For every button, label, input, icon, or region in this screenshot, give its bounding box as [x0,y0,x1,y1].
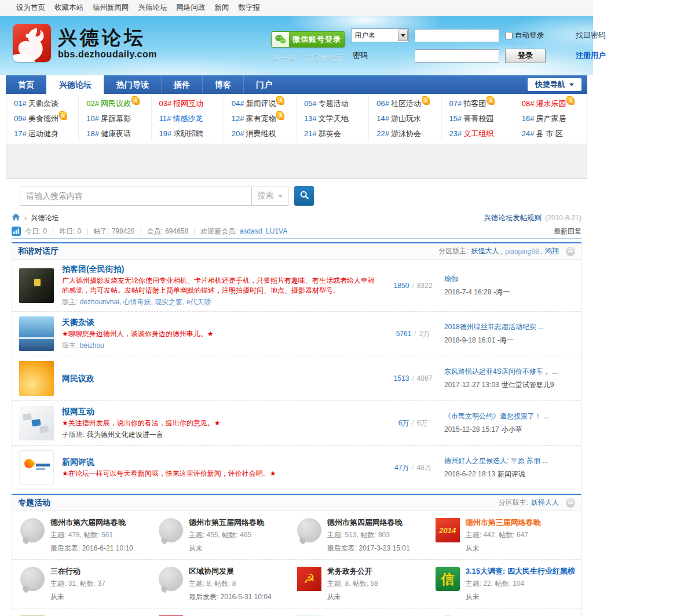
last-post-title[interactable]: 东风路悦达起亚4S店问价不修车， ... [444,367,574,377]
category-04[interactable]: 04#新闻评说火 [224,96,297,111]
search-button[interactable] [294,186,314,206]
forum-thumbnail[interactable] [19,316,54,351]
toplink-news[interactable]: 新闻 [215,3,229,13]
last-post-user[interactable]: 新闻评说 [498,470,525,478]
category-15[interactable]: 15#菁菁校园 [442,111,514,126]
category-02[interactable]: 02#网民议政火 [79,96,151,111]
category-21[interactable]: 21#群英会 [297,126,369,141]
speech-bubble-icon[interactable] [20,518,45,542]
forum-thumbnail[interactable] [19,361,54,396]
forum-moderator-links[interactable]: beizhou [80,341,104,349]
category-22[interactable]: 22#游泳协会 [369,126,441,141]
subforum-title[interactable]: 德州市第四届网络春晚 [327,518,410,527]
toplink-bookmark[interactable]: 收藏本站 [54,3,83,13]
last-post-user[interactable]: -海一 [498,336,514,344]
category-10[interactable]: 10#屏踪幕影 [79,111,151,126]
search-input[interactable] [20,187,251,206]
last-post-title[interactable]: 瑜伽 [444,274,574,284]
tab-blog[interactable]: 博客 [202,75,243,94]
auto-login-checkbox[interactable] [505,32,513,39]
category-16[interactable]: 16#房产家居 [514,111,587,126]
forum-title-link[interactable]: 新闻评说 [62,457,377,466]
subforum-title[interactable]: 3.15大调查: 四大民生行业红黑榜 [466,567,575,575]
speech-bubble-icon[interactable] [297,518,321,542]
login-button[interactable]: 登录 [505,49,546,63]
forum-thumbnail[interactable] [19,268,54,303]
xin-credit-icon[interactable]: 信 [436,567,460,591]
username-type-select[interactable]: 用户名 [351,28,409,42]
category-20[interactable]: 20#消费维权 [224,126,297,141]
speech-bubble-icon[interactable] [159,567,183,591]
subboard-link[interactable]: 我为德州文化建设进一言 [87,431,163,439]
site-logo[interactable]: 兴德论坛 bbs.dezhoudaily.com [13,18,157,62]
category-19[interactable]: 19#求职招聘 [152,126,224,141]
home-icon[interactable] [12,213,20,223]
category-01[interactable]: 01#天衢杂谈 [6,96,79,111]
tab-portal[interactable]: 门户 [243,75,284,94]
toplink-net-politics[interactable]: 网络问政 [177,3,206,13]
toplink-xingde-forum[interactable]: 兴德论坛 [138,3,167,13]
latest-reply-link[interactable]: 最新回复 [554,227,581,236]
search-type-dropdown[interactable]: 搜索 [251,187,288,206]
password-input[interactable] [415,49,499,63]
collapse-section-button[interactable] [566,247,575,256]
forum-title-link[interactable]: 拍客团(全民街拍) [62,264,377,274]
last-post-title[interactable]: 2018德州绿丝带志愿活动纪实 ... [444,322,574,332]
toplink-digital-paper[interactable]: 数字报 [239,3,261,13]
category-06[interactable]: 06#社区活动火 [369,96,441,111]
collapse-section-button[interactable] [566,498,575,508]
breadcrumb-current[interactable]: 兴德论坛 [31,213,58,223]
toplink-dezhou-news[interactable]: 德州新闻网 [93,3,129,13]
speech-bubble-icon[interactable] [159,518,183,542]
subforum-title[interactable]: 区域协同发展 [189,567,272,575]
category-12[interactable]: 12#家有宠物火 [224,111,297,126]
category-14[interactable]: 14#游山玩水 [369,111,441,126]
tab-hot-reads[interactable]: 热门导读 [104,75,161,94]
last-post-user[interactable]: 小小草 [502,425,522,433]
category-13[interactable]: 13#文学天地 [297,111,369,126]
moderator-link[interactable]: 鸿翔 [545,246,559,256]
forum-thumbnail[interactable] [19,406,54,440]
subforum-title[interactable]: 德州市第三届网络春晚 [466,518,541,527]
forum-rules-link[interactable]: 兴德论坛发帖规则 [484,213,542,223]
forum-thumbnail[interactable] [19,450,54,485]
tab-home[interactable]: 首页 [6,75,46,94]
category-18[interactable]: 18#健康夜话 [79,126,151,141]
category-03[interactable]: 03#报网互动 [152,96,224,111]
forum-title-link[interactable]: 网民议政 [62,374,377,383]
party-flag-icon[interactable]: ☭ [297,567,321,591]
subforum-title[interactable]: 三在行动 [50,567,105,575]
last-post-user[interactable]: 世仁堂试管婴儿9 [502,381,554,389]
subforum-title[interactable]: 德州市第六届网络春晚 [50,518,133,527]
moderator-link[interactable]: 妖怪大人 [471,246,499,256]
category-05[interactable]: 05#专题活动 [297,96,369,111]
moderator-link[interactable]: 妖怪大人 [531,498,559,508]
category-23[interactable]: 23#义工组织 [442,126,514,141]
subforum-title[interactable]: 党务政务公开 [327,567,378,575]
gala-2014-poster-icon[interactable]: 2014 [436,518,460,542]
category-08[interactable]: 08#灌水乐园火 [514,96,587,111]
register-link[interactable]: 注册用户 [576,50,617,61]
last-post-title[interactable]: 德州好人之星候选人: 平原 苏朋 ... [444,456,574,466]
category-11[interactable]: 11#情感沙龙 [152,111,224,126]
username-input[interactable] [415,29,499,42]
category-17[interactable]: 17#运动健身 [6,126,79,141]
speech-bubble-icon[interactable] [20,567,45,591]
toplink-set-home[interactable]: 设为首页 [16,3,45,13]
subforum-title[interactable]: 德州市第五届网络春晚 [189,518,264,527]
category-09[interactable]: 09#美食德州火 [6,111,79,126]
category-24[interactable]: 24#县 市 区 [514,126,587,141]
tab-plugins[interactable]: 插件 [161,75,202,94]
forum-title-link[interactable]: 天衢杂谈 [62,318,377,327]
last-post-title[interactable]: 《市民文明公约》邀您投票了！ ... [444,411,574,421]
find-password-link[interactable]: 找回密码 [576,30,617,41]
tab-forum[interactable]: 兴德论坛 [46,75,104,94]
new-member-link[interactable]: asdasd_LU1VA [240,227,288,235]
forum-moderator-links[interactable]: dezhounvhai, 心情毒妖, 现实之窗, e代天骄 [80,298,211,306]
quick-nav-button[interactable]: 快捷导航 [528,78,581,91]
category-07[interactable]: 07#拍客团火 [442,96,514,111]
wechat-login-button[interactable]: 微信账号登录 [271,31,345,48]
moderator-link[interactable]: piaoping98 [505,247,539,256]
forum-title-link[interactable]: 报网互动 [62,407,377,416]
last-post-user[interactable]: -海一 [493,288,510,296]
